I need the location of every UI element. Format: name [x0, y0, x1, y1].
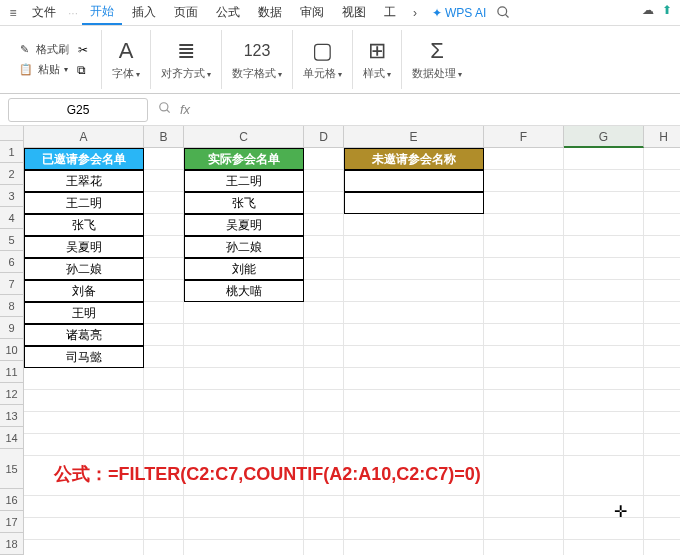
cell-E5[interactable]: [344, 236, 484, 258]
cell-A16[interactable]: [24, 496, 144, 518]
cell-D18[interactable]: [304, 540, 344, 555]
cell-e2[interactable]: [344, 170, 484, 192]
cell-G7[interactable]: [564, 280, 644, 302]
cut-icon[interactable]: ✂: [75, 42, 91, 58]
upload-icon[interactable]: ⬆: [662, 3, 672, 17]
col-header-G[interactable]: G: [564, 126, 644, 148]
cell-E16[interactable]: [344, 496, 484, 518]
cell-E13[interactable]: [344, 412, 484, 434]
cell-B3[interactable]: [144, 192, 184, 214]
col-header-C[interactable]: C: [184, 126, 304, 148]
menu-more[interactable]: ···: [68, 6, 78, 20]
cell-H14[interactable]: [644, 434, 680, 456]
cell-c5[interactable]: 孙二娘: [184, 236, 304, 258]
cell-e3[interactable]: [344, 192, 484, 214]
cell-B14[interactable]: [144, 434, 184, 456]
cell-c3[interactable]: 张飞: [184, 192, 304, 214]
cell-c6[interactable]: 刘能: [184, 258, 304, 280]
cell-H11[interactable]: [644, 368, 680, 390]
cell-A17[interactable]: [24, 518, 144, 540]
cell-H8[interactable]: [644, 302, 680, 324]
col-header-B[interactable]: B: [144, 126, 184, 148]
row-header-10[interactable]: 10: [0, 339, 24, 361]
cell-C17[interactable]: [184, 518, 304, 540]
row-header-14[interactable]: 14: [0, 427, 24, 449]
cell-H3[interactable]: [644, 192, 680, 214]
cell-G1[interactable]: [564, 148, 644, 170]
cell-H15[interactable]: [644, 456, 680, 496]
cell-G14[interactable]: [564, 434, 644, 456]
cell-G11[interactable]: [564, 368, 644, 390]
cell-F6[interactable]: [484, 258, 564, 280]
cell-G12[interactable]: [564, 390, 644, 412]
cell-F2[interactable]: [484, 170, 564, 192]
cell-B10[interactable]: [144, 346, 184, 368]
cell-A13[interactable]: [24, 412, 144, 434]
spreadsheet-grid[interactable]: 123456789101112131415161718 ABCDEFGH 已邀请…: [0, 126, 680, 555]
row-header-1[interactable]: 1: [0, 141, 24, 163]
cell-F8[interactable]: [484, 302, 564, 324]
cell-D7[interactable]: [304, 280, 344, 302]
cell-F14[interactable]: [484, 434, 564, 456]
cell-a8[interactable]: 王明: [24, 302, 144, 324]
cell-B12[interactable]: [144, 390, 184, 412]
copy-icon[interactable]: ⧉: [74, 62, 90, 78]
cell-D3[interactable]: [304, 192, 344, 214]
cell-B8[interactable]: [144, 302, 184, 324]
cell-c2[interactable]: 王二明: [184, 170, 304, 192]
cell-G4[interactable]: [564, 214, 644, 236]
cell-E11[interactable]: [344, 368, 484, 390]
data-process-button[interactable]: Σ 数据处理▾: [412, 38, 462, 81]
cell-E6[interactable]: [344, 258, 484, 280]
cell-H10[interactable]: [644, 346, 680, 368]
cell-F18[interactable]: [484, 540, 564, 555]
cell-H18[interactable]: [644, 540, 680, 555]
col-header-D[interactable]: D: [304, 126, 344, 148]
cell-H9[interactable]: [644, 324, 680, 346]
cell-B13[interactable]: [144, 412, 184, 434]
cell-G2[interactable]: [564, 170, 644, 192]
formula-input[interactable]: [198, 99, 618, 121]
row-header-12[interactable]: 12: [0, 383, 24, 405]
cell-D14[interactable]: [304, 434, 344, 456]
cell-G8[interactable]: [564, 302, 644, 324]
cell-E4[interactable]: [344, 214, 484, 236]
cell-H12[interactable]: [644, 390, 680, 412]
cell-H4[interactable]: [644, 214, 680, 236]
row-header-5[interactable]: 5: [0, 229, 24, 251]
row-header-18[interactable]: 18: [0, 533, 24, 555]
row-header-17[interactable]: 17: [0, 511, 24, 533]
cell-G10[interactable]: [564, 346, 644, 368]
cell-C10[interactable]: [184, 346, 304, 368]
cell-C8[interactable]: [184, 302, 304, 324]
cell-G15[interactable]: [564, 456, 644, 496]
hamburger-icon[interactable]: ≡: [4, 4, 22, 22]
search-icon[interactable]: [494, 4, 512, 22]
cell-F4[interactable]: [484, 214, 564, 236]
row-header-16[interactable]: 16: [0, 489, 24, 511]
cell-D9[interactable]: [304, 324, 344, 346]
cell-B18[interactable]: [144, 540, 184, 555]
cell-F7[interactable]: [484, 280, 564, 302]
cell-D13[interactable]: [304, 412, 344, 434]
cell-C18[interactable]: [184, 540, 304, 555]
menu-data[interactable]: 数据: [250, 1, 290, 24]
cell-B4[interactable]: [144, 214, 184, 236]
cell-c1-header[interactable]: 实际参会名单: [184, 148, 304, 170]
cell-G5[interactable]: [564, 236, 644, 258]
cell-E12[interactable]: [344, 390, 484, 412]
cell-G6[interactable]: [564, 258, 644, 280]
cell-E8[interactable]: [344, 302, 484, 324]
format-brush-button[interactable]: ✎ 格式刷: [16, 42, 69, 58]
menu-formula[interactable]: 公式: [208, 1, 248, 24]
cell-a3[interactable]: 王二明: [24, 192, 144, 214]
font-button[interactable]: A 字体▾: [112, 38, 140, 81]
cell-B11[interactable]: [144, 368, 184, 390]
cell-H13[interactable]: [644, 412, 680, 434]
cell-B7[interactable]: [144, 280, 184, 302]
cell-E9[interactable]: [344, 324, 484, 346]
menu-review[interactable]: 审阅: [292, 1, 332, 24]
cloud-icon[interactable]: ☁: [642, 3, 654, 17]
cell-G17[interactable]: [564, 518, 644, 540]
cell-F12[interactable]: [484, 390, 564, 412]
